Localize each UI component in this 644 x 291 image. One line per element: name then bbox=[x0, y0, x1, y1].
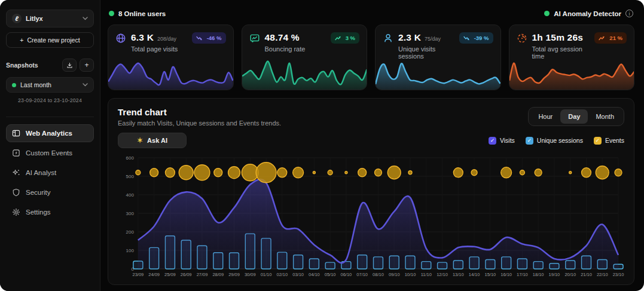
range-segmented-control: Hour Day Month bbox=[528, 107, 624, 126]
snapshot-select[interactable]: Last month bbox=[6, 77, 94, 93]
svg-text:12/10: 12/10 bbox=[437, 272, 448, 277]
trend-badge: -39 % bbox=[459, 32, 493, 44]
svg-text:03/10: 03/10 bbox=[292, 272, 304, 277]
svg-text:06/10: 06/10 bbox=[341, 272, 352, 277]
chevron-down-icon bbox=[83, 83, 88, 87]
anomaly-status-dot bbox=[544, 11, 550, 16]
trend-chart-svg[interactable]: 010020030040050060023/0924/0925/0926/092… bbox=[118, 153, 624, 280]
sidebar-item-security[interactable]: Security bbox=[6, 183, 94, 201]
svg-text:23/10: 23/10 bbox=[613, 272, 624, 277]
stat-card-avg-session-time: 1h 15m 26s Total avg session time 21 % bbox=[509, 24, 635, 90]
sidebar-nav: Web Analytics Custom Events AI Analyst S… bbox=[6, 117, 94, 221]
svg-text:09/10: 09/10 bbox=[389, 272, 400, 277]
svg-text:20/10: 20/10 bbox=[564, 272, 576, 277]
trend-badge: -46 % bbox=[192, 32, 226, 44]
stat-card-unique-visits: 2.3 K 75/day Unique visits sessions -39 … bbox=[375, 24, 501, 90]
anomaly-detector-label: AI Anomaly Detector bbox=[554, 10, 621, 17]
chart-legend: ✓ Visits ✓ Unique sessions ✓ Events bbox=[489, 137, 624, 145]
svg-text:07/10: 07/10 bbox=[356, 272, 368, 277]
svg-text:11/10: 11/10 bbox=[421, 272, 432, 277]
online-status-dot bbox=[109, 11, 114, 16]
svg-text:17/10: 17/10 bbox=[517, 272, 528, 277]
svg-text:300: 300 bbox=[126, 211, 135, 216]
svg-text:13/10: 13/10 bbox=[453, 272, 464, 277]
svg-text:100: 100 bbox=[126, 248, 135, 253]
sidebar-item-web-analytics[interactable]: Web Analytics bbox=[6, 124, 94, 142]
trend-chart-area[interactable]: 010020030040050060023/0924/0925/0926/092… bbox=[118, 153, 624, 280]
trend-up-icon bbox=[599, 36, 606, 41]
svg-text:30/09: 30/09 bbox=[245, 272, 256, 277]
svg-text:02/10: 02/10 bbox=[276, 272, 288, 277]
gear-icon bbox=[12, 208, 20, 216]
snapshot-status-dot bbox=[12, 83, 16, 87]
trend-badge: 3 % bbox=[331, 32, 359, 44]
download-icon bbox=[66, 62, 73, 69]
sidebar: ℓ Litlyx + Create new project Snapshots … bbox=[0, 0, 100, 291]
svg-text:27/09: 27/09 bbox=[197, 272, 208, 277]
svg-text:600: 600 bbox=[126, 155, 135, 161]
info-icon[interactable]: i bbox=[625, 10, 633, 17]
trend-title: Trend chart bbox=[118, 107, 281, 117]
svg-text:18/10: 18/10 bbox=[533, 272, 544, 277]
legend-visits[interactable]: ✓ Visits bbox=[489, 137, 515, 145]
checkbox-checked-icon[interactable]: ✓ bbox=[489, 137, 496, 145]
trend-badge: 21 % bbox=[594, 32, 627, 44]
svg-text:04/10: 04/10 bbox=[309, 272, 320, 277]
svg-text:23/09: 23/09 bbox=[133, 272, 144, 277]
sidebar-item-settings[interactable]: Settings bbox=[6, 203, 94, 221]
browser-window-icon bbox=[12, 129, 20, 137]
checkbox-checked-icon[interactable]: ✓ bbox=[526, 137, 533, 145]
svg-text:26/09: 26/09 bbox=[181, 272, 192, 277]
svg-text:25/09: 25/09 bbox=[164, 272, 176, 277]
svg-text:15/10: 15/10 bbox=[485, 272, 496, 277]
svg-text:21/10: 21/10 bbox=[581, 272, 592, 277]
range-day-button[interactable]: Day bbox=[560, 109, 588, 124]
stat-card-bouncing-rate: 48.74 % Bouncing rate 3 % bbox=[242, 24, 368, 90]
project-name: Litlyx bbox=[26, 15, 78, 22]
svg-text:10/10: 10/10 bbox=[405, 272, 416, 277]
sidebar-item-custom-events[interactable]: Custom Events bbox=[6, 144, 94, 162]
svg-text:24/09: 24/09 bbox=[148, 272, 160, 277]
ask-ai-button[interactable]: ✶ Ask AI bbox=[118, 133, 187, 148]
legend-unique-sessions[interactable]: ✓ Unique sessions bbox=[526, 137, 583, 145]
timer-icon bbox=[517, 33, 527, 44]
person-icon bbox=[383, 33, 393, 44]
trend-chart-card: Trend chart Easily match Visits, Unique … bbox=[108, 98, 634, 285]
download-snapshot-button[interactable] bbox=[62, 59, 77, 72]
svg-text:16/10: 16/10 bbox=[500, 272, 512, 277]
snapshot-selected: Last month bbox=[20, 81, 78, 88]
plus-icon: + bbox=[20, 36, 23, 44]
svg-text:500: 500 bbox=[126, 174, 135, 179]
svg-text:29/09: 29/09 bbox=[228, 272, 240, 277]
bounce-icon bbox=[249, 33, 260, 44]
globe-icon bbox=[115, 33, 126, 44]
create-project-button[interactable]: + Create new project bbox=[6, 32, 94, 48]
sparkline-chart bbox=[376, 57, 500, 90]
sparkline-chart bbox=[108, 57, 233, 90]
sparkles-icon bbox=[12, 169, 20, 177]
project-selector[interactable]: ℓ Litlyx bbox=[6, 10, 94, 27]
svg-text:22/10: 22/10 bbox=[597, 272, 608, 277]
svg-text:08/10: 08/10 bbox=[373, 272, 384, 277]
trend-down-icon bbox=[196, 36, 204, 41]
event-bolt-icon bbox=[12, 149, 20, 157]
trend-subtitle: Easily match Visits, Unique sessions and… bbox=[118, 120, 281, 127]
add-snapshot-button[interactable]: + bbox=[80, 59, 94, 72]
sidebar-item-ai-analyst[interactable]: AI Analyst bbox=[6, 164, 94, 182]
svg-text:05/10: 05/10 bbox=[325, 272, 336, 277]
svg-text:400: 400 bbox=[126, 192, 135, 198]
snapshot-date-range: 23-09-2024 to 23-10-2024 bbox=[6, 97, 94, 103]
range-hour-button[interactable]: Hour bbox=[530, 109, 560, 124]
snapshots-label: Snapshots bbox=[6, 62, 59, 69]
sparkline-chart bbox=[242, 57, 367, 90]
stat-card-total-page-visits: 6.3 K 208/day Total page visits -46 % bbox=[108, 24, 234, 90]
range-month-button[interactable]: Month bbox=[588, 109, 622, 124]
legend-events[interactable]: ✓ Events bbox=[594, 137, 624, 145]
checkbox-checked-icon[interactable]: ✓ bbox=[594, 137, 602, 145]
stat-cards-row: 6.3 K 208/day Total page visits -46 % bbox=[108, 24, 634, 90]
topbar: 8 Online users AI Anomaly Detector i bbox=[108, 8, 634, 24]
sparkle-icon: ✶ bbox=[137, 137, 143, 144]
app-window: ℓ Litlyx + Create new project Snapshots … bbox=[0, 0, 644, 291]
trend-down-icon bbox=[463, 36, 471, 41]
svg-text:200: 200 bbox=[126, 229, 135, 235]
